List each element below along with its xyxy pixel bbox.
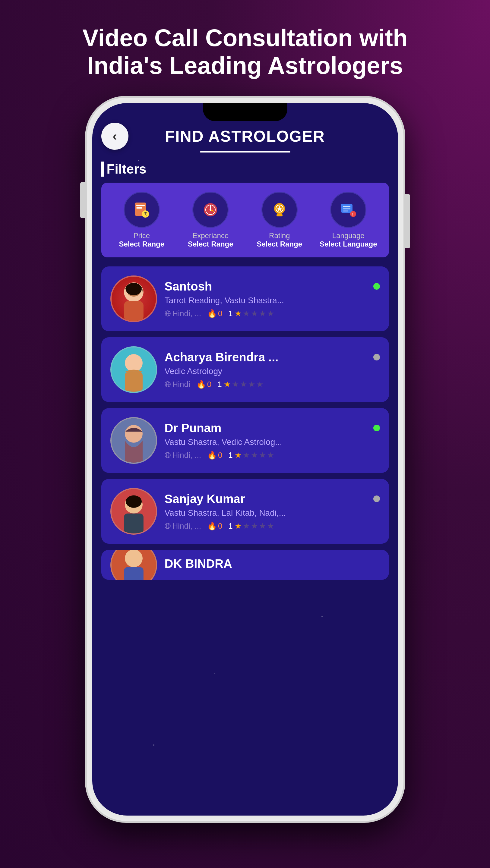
status-santosh: [373, 283, 380, 290]
svg-point-9: [209, 209, 211, 211]
svg-point-18: [350, 211, 356, 217]
svg-rect-14: [341, 204, 352, 213]
lang-punam: Hindi, ...: [165, 451, 201, 460]
fire-sanjay: 🔥 0: [207, 521, 222, 531]
avatar-birendra: [110, 346, 157, 393]
name-sanjay: Sanjay Kumar: [165, 492, 245, 506]
svg-rect-1: [136, 205, 145, 206]
rating-punam: 1 ★ ★ ★ ★ ★: [228, 451, 274, 460]
name-row-birendra: Acharya Birendra ...: [165, 350, 380, 364]
svg-point-37: [125, 425, 143, 443]
card-info-punam: Dr Punam Vastu Shastra, Vedic Astrolog..…: [165, 421, 380, 460]
svg-rect-44: [124, 514, 144, 533]
astrologer-card-dk[interactable]: DK BINDRA: [101, 550, 389, 580]
phone-notch: [203, 103, 287, 121]
svg-text:₹: ₹: [144, 212, 147, 216]
phone-mockup: ‹ FIND ASTROLOGER Filters: [87, 98, 403, 821]
status-punam: [373, 425, 380, 431]
fire-birendra: 🔥 0: [196, 380, 211, 389]
svg-rect-2: [136, 207, 142, 209]
avatar-dk: [110, 550, 157, 580]
specialty-punam: Vastu Shastra, Vedic Astrolog...: [165, 437, 380, 447]
meta-sanjay: Hindi, ... 🔥 0 1 ★ ★ ★ ★: [165, 521, 380, 531]
stars-punam: ★ ★ ★ ★ ★: [235, 451, 274, 460]
experience-filter-label: Experiance: [192, 231, 229, 240]
hero-title: Video Call Consultation with India's Lea…: [34, 24, 456, 80]
astrologer-card-birendra[interactable]: Acharya Birendra ... Vedic Astrology Hin…: [101, 337, 389, 402]
svg-rect-24: [124, 301, 144, 321]
rating-icon: [270, 201, 289, 219]
filter-experience[interactable]: Experiance Select Range: [176, 192, 245, 248]
header-divider: [200, 151, 290, 153]
name-row-punam: Dr Punam: [165, 421, 380, 435]
filters-label: Filters: [101, 161, 389, 177]
astrologer-card-sanjay[interactable]: Sanjay Kumar Vastu Shastra, Lal Kitab, N…: [101, 479, 389, 544]
star-3: ★: [251, 309, 258, 318]
rating-santosh: 1 ★ ★ ★ ★ ★: [228, 309, 274, 318]
rating-birendra: 1 ★ ★ ★ ★ ★: [218, 380, 263, 389]
astrologer-card-punam[interactable]: Dr Punam Vastu Shastra, Vedic Astrolog..…: [101, 408, 389, 473]
card-info-birendra: Acharya Birendra ... Vedic Astrology Hin…: [165, 350, 380, 389]
filters-section: Filters ₹: [92, 161, 398, 264]
svg-rect-13: [277, 214, 283, 216]
rating-icon-wrap: [261, 192, 298, 228]
price-filter-value: Select Range: [119, 240, 164, 248]
star-4: ★: [259, 309, 266, 318]
star-2: ★: [243, 309, 250, 318]
svg-rect-32: [125, 372, 143, 392]
avatar-sanjay: [110, 488, 157, 535]
star-5: ★: [267, 309, 274, 318]
stars-santosh: ★ ★ ★ ★ ★: [235, 309, 274, 318]
lang-birendra: Hindi: [165, 380, 190, 389]
lang-santosh: Hindi, ...: [165, 309, 201, 318]
svg-text:!: !: [352, 212, 353, 216]
filter-price[interactable]: ₹ Price Select Range: [107, 192, 176, 248]
lang-sanjay: Hindi, ...: [165, 521, 201, 531]
price-icon-wrap: ₹: [124, 192, 160, 228]
language-filter-label: Language: [332, 231, 365, 240]
filter-rating[interactable]: Rating Select Range: [245, 192, 314, 248]
stars-birendra: ★ ★ ★ ★ ★: [224, 380, 263, 389]
experience-icon-wrap: [192, 192, 229, 228]
name-dk: DK BINDRA: [165, 557, 232, 570]
astrologer-list: Santosh Tarrot Reading, Vastu Shastra...…: [92, 264, 398, 815]
experience-filter-value: Select Range: [188, 240, 233, 248]
back-button[interactable]: ‹: [101, 123, 128, 150]
filter-language[interactable]: ! Language Select Language: [314, 192, 383, 248]
astrologer-card-santosh[interactable]: Santosh Tarrot Reading, Vastu Shastra...…: [101, 267, 389, 331]
fire-punam: 🔥 0: [207, 451, 222, 460]
filters-bar: ₹ Price Select Range: [101, 183, 389, 257]
phone-screen: ‹ FIND ASTROLOGER Filters: [92, 103, 398, 815]
svg-point-26: [126, 283, 142, 296]
specialty-sanjay: Vastu Shastra, Lal Kitab, Nadi,...: [165, 508, 380, 518]
specialty-santosh: Tarrot Reading, Vastu Shastra...: [165, 296, 380, 305]
star-1: ★: [235, 309, 241, 318]
fire-santosh: 🔥 0: [207, 309, 222, 318]
price-filter-label: Price: [133, 231, 150, 240]
rating-filter-label: Rating: [269, 231, 290, 240]
svg-point-43: [126, 495, 142, 508]
svg-rect-50: [124, 567, 144, 580]
meta-santosh: Hindi, ... 🔥 0 1 ★ ★ ★ ★: [165, 309, 380, 318]
status-sanjay: [373, 495, 380, 502]
header-title: FIND ASTROLOGER: [165, 127, 325, 145]
screen-content: ‹ FIND ASTROLOGER Filters: [92, 103, 398, 815]
rating-filter-value: Select Range: [257, 240, 302, 248]
name-birendra: Acharya Birendra ...: [165, 350, 279, 364]
experience-icon: [201, 201, 220, 219]
stars-sanjay: ★ ★ ★ ★ ★: [235, 521, 274, 531]
name-punam: Dr Punam: [165, 421, 222, 435]
card-info-dk: DK BINDRA: [165, 557, 380, 573]
specialty-birendra: Vedic Astrology: [165, 367, 380, 376]
avatar-santosh: [110, 276, 157, 322]
rating-sanjay: 1 ★ ★ ★ ★ ★: [228, 521, 274, 531]
status-birendra: [373, 354, 380, 361]
svg-point-31: [125, 354, 143, 372]
card-info-santosh: Santosh Tarrot Reading, Vastu Shastra...…: [165, 280, 380, 318]
name-santosh: Santosh: [165, 280, 212, 293]
name-row-dk: DK BINDRA: [165, 557, 380, 570]
card-info-sanjay: Sanjay Kumar Vastu Shastra, Lal Kitab, N…: [165, 492, 380, 531]
name-row-sanjay: Sanjay Kumar: [165, 492, 380, 506]
meta-birendra: Hindi 🔥 0 1 ★ ★ ★ ★: [165, 380, 380, 389]
svg-point-49: [125, 550, 143, 567]
